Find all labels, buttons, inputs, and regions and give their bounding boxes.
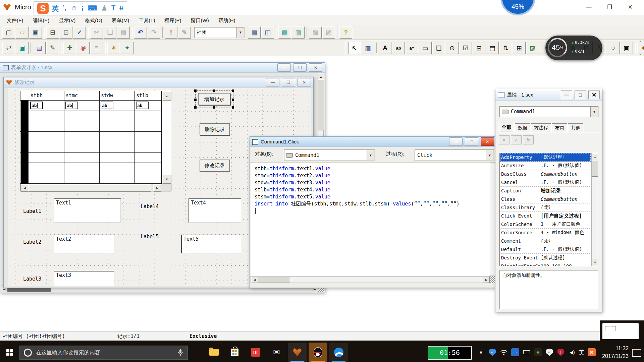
builder-lock-icon[interactable]: ✶ (637, 42, 644, 54)
form-restore-button[interactable]: ❐ (282, 78, 295, 86)
code-window-icon[interactable]: ✎ (46, 42, 59, 54)
delete-record-button[interactable]: 删除记录 (200, 123, 230, 135)
menu-w[interactable]: 窗口(W) (186, 15, 213, 25)
property-row[interactable]: AutoSize.F. - 假(默认值) (500, 162, 591, 170)
code-resize-grip[interactable] (490, 276, 495, 283)
menu-v[interactable]: 显示(V) (54, 15, 80, 25)
select-objects-icon[interactable]: ↖ (348, 42, 361, 54)
properties-vscrollbar[interactable]: ▲ ▼ (591, 153, 598, 266)
property-row[interactable]: Cancel.F. - 假(默认值) (500, 178, 591, 187)
properties-tab-数据[interactable]: 数据 (515, 123, 530, 132)
object-dropdown-icon[interactable]: ▼ (367, 150, 374, 160)
expression-builder-button[interactable]: fx (523, 135, 534, 144)
action-center-icon[interactable] (632, 349, 641, 357)
battery-tray-icon[interactable] (521, 343, 532, 362)
form-designer-titlebar[interactable]: 表单设计器 - 1.scx — ❐ ✕ (0, 63, 325, 73)
layout-toolbar-icon[interactable]: ≡ (90, 42, 103, 54)
microphone-icon[interactable] (178, 349, 183, 356)
code-restore-button[interactable]: ❐ (465, 137, 478, 146)
dropdown-icon[interactable]: ▼ (236, 27, 244, 38)
battery-timer-widget[interactable]: 01:56 (428, 346, 472, 360)
window-close-button[interactable]: ✕ (623, 2, 638, 12)
code-minimize-button[interactable]: — (449, 137, 463, 146)
grid-column-header[interactable]: stdw (100, 91, 135, 101)
code-editor[interactable]: stbh=thisform.text1.valuestmc=thisform.t… (251, 163, 490, 276)
textbox4[interactable]: Text4 (189, 198, 241, 223)
grid-column-header[interactable]: stbh (29, 91, 64, 101)
visual-foxpro-taskbar-icon[interactable] (288, 343, 307, 362)
selection-handle[interactable] (232, 106, 234, 109)
menu-p[interactable]: 程序(P) (160, 15, 186, 25)
properties-tab-方法程[interactable]: 方法程 (531, 123, 551, 132)
run-icon[interactable]: ! (165, 26, 177, 39)
property-row[interactable]: Destroy Event[默认过程] (500, 254, 591, 262)
form-window-titlebar[interactable]: 修改记录 — ❐ ✕ (4, 77, 313, 87)
code-window-titlebar[interactable]: Command1.Click — ❐ ✕ (250, 137, 496, 147)
container-control-icon[interactable]: ▣ (620, 42, 633, 54)
ime-skin-icon[interactable]: T (111, 4, 115, 13)
property-row[interactable]: Click Event[用户自定义过程] (500, 212, 591, 220)
code-vscrollbar[interactable] (490, 163, 495, 276)
listbox-control-icon[interactable]: ▤ (486, 42, 499, 54)
textbox1[interactable]: Text1 (54, 198, 121, 223)
label3[interactable]: Label3 (23, 276, 41, 282)
property-row[interactable]: ClassLibrary(无) (500, 203, 591, 212)
form-wizard-icon[interactable]: ◫ (261, 26, 274, 39)
properties-titlebar[interactable]: 属性 - 1.scx — □ ✕ (495, 89, 602, 101)
designer-restore-button[interactable]: ❐ (293, 63, 307, 72)
textbox3[interactable]: Text3 (54, 271, 114, 286)
selection-handle[interactable] (232, 89, 234, 92)
grid-textbox-icon[interactable]: ab (30, 102, 43, 109)
modify-form-icon[interactable]: ✎ (178, 26, 191, 39)
checkbox-control-icon[interactable]: ☑ (459, 42, 472, 54)
mail-app-icon[interactable]: ✉ (267, 343, 286, 362)
label5[interactable]: Label5 (141, 234, 159, 240)
desktop-widget[interactable] (602, 323, 639, 339)
combobox-control-icon[interactable]: ⊟ (473, 42, 485, 54)
qq-shield-icon[interactable]: ✓ (487, 343, 498, 362)
selection-handle[interactable] (213, 106, 215, 109)
properties-list[interactable]: AddProperty[默认过程]AutoSize.F. - 假(默认值)Bas… (499, 153, 591, 266)
database-combobox[interactable]: 社团▼ (194, 27, 245, 38)
ime-mic-icon[interactable]: ¡ (82, 4, 84, 13)
grid-column-header[interactable]: stmc (64, 91, 100, 101)
property-row[interactable]: Comment(无) (500, 237, 591, 245)
grid-control[interactable]: abababab ▲ ▼ ◀ ▶ stbhstmcstdwstlb (20, 91, 171, 191)
commandgroup-control-icon[interactable]: ❏ (432, 42, 445, 54)
view-classes-icon[interactable]: ▥ (362, 42, 374, 54)
net-speed-monitor[interactable]: 45% ▲ 0.3k/s ▼ 0k/s (545, 36, 602, 60)
property-row[interactable]: ColorScheme1 - 用户窗口颜色 (500, 220, 591, 229)
taskbar-search-input[interactable]: 在这里输入你要搜索的内容 (19, 346, 188, 360)
edit-disabled-icon[interactable]: ▨ (322, 26, 335, 39)
selection-handle[interactable] (213, 89, 215, 92)
open-file-icon[interactable]: ▱ (16, 26, 29, 39)
properties-tab-全部[interactable]: 全部 (499, 122, 514, 132)
table-window-icon[interactable]: ▦ (248, 26, 261, 39)
code-hscrollbar[interactable]: ◀ ▶ (251, 276, 490, 283)
grid-textbox-icon[interactable]: ab (65, 102, 78, 109)
textbox2[interactable]: Text2 (54, 235, 114, 253)
object-combobox[interactable]: Command1 ▼ (284, 149, 375, 161)
sogou-logo-icon[interactable]: S (37, 3, 49, 14)
add-record-button[interactable]: 增加记录 (198, 93, 230, 105)
properties-object-dropdown-icon[interactable]: ▼ (590, 107, 598, 117)
menu-t[interactable]: 工具(T) (134, 15, 160, 25)
textbox-control-icon[interactable]: ab (392, 42, 405, 54)
commandbutton-control-icon[interactable]: ▭ (419, 42, 432, 54)
grid-textbox-icon[interactable]: ab (136, 102, 149, 109)
property-row[interactable]: BaseClassCommandbutton (500, 170, 591, 178)
undo-icon[interactable]: ↶ (134, 26, 147, 39)
properties-tab-布局[interactable]: 布局 (552, 123, 567, 132)
form-close-button[interactable]: ✕ (298, 78, 311, 86)
redo-icon[interactable]: ↷ (148, 26, 160, 39)
properties-close-button[interactable]: ✕ (588, 90, 600, 99)
ime-account-icon[interactable]: ♟ (101, 4, 107, 13)
procedure-combobox[interactable]: Click ▼ (415, 149, 494, 161)
properties-restore-button[interactable]: □ (575, 90, 586, 99)
defender-icon[interactable]: ✓ (544, 343, 555, 362)
autoformat-icon[interactable]: ✦ (121, 42, 133, 54)
data-environment-icon[interactable]: ▣ (16, 42, 29, 54)
menu-e[interactable]: 编辑(E) (28, 15, 54, 25)
paste-icon[interactable]: ▤ (117, 26, 130, 39)
editbox-control-icon[interactable]: a≡ (406, 42, 418, 54)
